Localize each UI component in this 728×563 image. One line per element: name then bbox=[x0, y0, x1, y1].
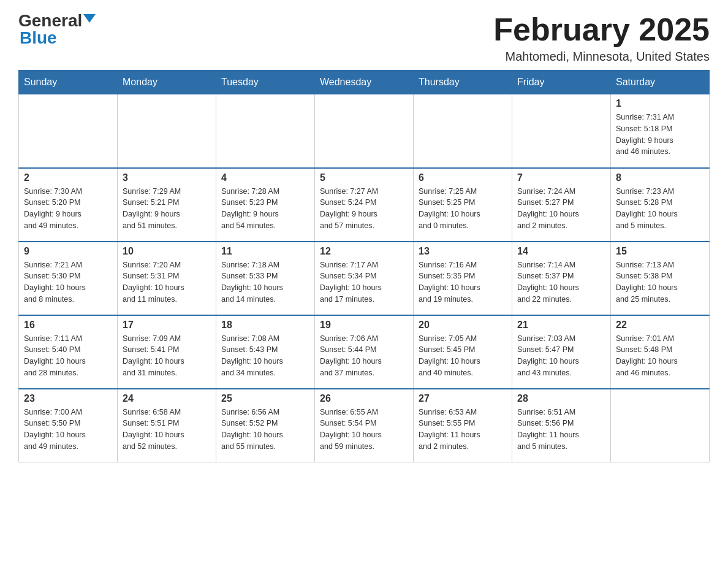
calendar-cell: 3Sunrise: 7:29 AMSunset: 5:21 PMDaylight… bbox=[118, 168, 216, 242]
day-number: 5 bbox=[320, 172, 408, 183]
day-info: Sunrise: 7:27 AMSunset: 5:24 PMDaylight:… bbox=[320, 186, 408, 232]
calendar-cell: 17Sunrise: 7:09 AMSunset: 5:41 PMDayligh… bbox=[118, 315, 216, 389]
day-number: 25 bbox=[221, 393, 309, 404]
day-info: Sunrise: 7:23 AMSunset: 5:28 PMDaylight:… bbox=[616, 186, 704, 232]
day-number: 22 bbox=[616, 320, 704, 331]
day-info: Sunrise: 7:16 AMSunset: 5:35 PMDaylight:… bbox=[419, 259, 507, 305]
weekday-header: Friday bbox=[512, 71, 611, 94]
calendar-cell: 7Sunrise: 7:24 AMSunset: 5:27 PMDaylight… bbox=[512, 168, 611, 242]
logo-general: General bbox=[18, 12, 82, 29]
day-info: Sunrise: 7:24 AMSunset: 5:27 PMDaylight:… bbox=[517, 186, 605, 232]
day-info: Sunrise: 7:08 AMSunset: 5:43 PMDaylight:… bbox=[221, 333, 309, 379]
day-info: Sunrise: 7:20 AMSunset: 5:31 PMDaylight:… bbox=[123, 259, 211, 305]
day-number: 3 bbox=[123, 172, 211, 183]
calendar-week-row: 2Sunrise: 7:30 AMSunset: 5:20 PMDaylight… bbox=[19, 168, 710, 242]
day-info: Sunrise: 7:01 AMSunset: 5:48 PMDaylight:… bbox=[616, 333, 704, 379]
day-number: 12 bbox=[320, 246, 408, 257]
calendar-cell: 14Sunrise: 7:14 AMSunset: 5:37 PMDayligh… bbox=[512, 242, 611, 315]
calendar-cell bbox=[315, 94, 414, 168]
day-number: 16 bbox=[24, 320, 112, 331]
weekday-header: Sunday bbox=[19, 71, 118, 94]
calendar-cell: 2Sunrise: 7:30 AMSunset: 5:20 PMDaylight… bbox=[19, 168, 118, 242]
day-info: Sunrise: 7:06 AMSunset: 5:44 PMDaylight:… bbox=[320, 333, 408, 379]
calendar-cell: 16Sunrise: 7:11 AMSunset: 5:40 PMDayligh… bbox=[19, 315, 118, 389]
day-number: 6 bbox=[419, 172, 507, 183]
page-header: General Blue February 2025 Mahtomedi, Mi… bbox=[18, 12, 710, 64]
calendar-cell: 1Sunrise: 7:31 AMSunset: 5:18 PMDaylight… bbox=[611, 94, 710, 168]
day-info: Sunrise: 6:56 AMSunset: 5:52 PMDaylight:… bbox=[221, 407, 309, 453]
day-info: Sunrise: 7:21 AMSunset: 5:30 PMDaylight:… bbox=[24, 259, 112, 305]
day-number: 28 bbox=[517, 393, 605, 404]
calendar-cell bbox=[118, 94, 216, 168]
calendar-week-row: 9Sunrise: 7:21 AMSunset: 5:30 PMDaylight… bbox=[19, 242, 710, 315]
day-info: Sunrise: 7:14 AMSunset: 5:37 PMDaylight:… bbox=[517, 259, 605, 305]
calendar-cell bbox=[414, 94, 512, 168]
calendar-cell: 25Sunrise: 6:56 AMSunset: 5:52 PMDayligh… bbox=[216, 389, 315, 462]
calendar-cell: 22Sunrise: 7:01 AMSunset: 5:48 PMDayligh… bbox=[611, 315, 710, 389]
calendar-cell: 5Sunrise: 7:27 AMSunset: 5:24 PMDaylight… bbox=[315, 168, 414, 242]
day-info: Sunrise: 7:17 AMSunset: 5:34 PMDaylight:… bbox=[320, 259, 408, 305]
logo-triangle-icon bbox=[83, 14, 96, 23]
calendar-cell: 13Sunrise: 7:16 AMSunset: 5:35 PMDayligh… bbox=[414, 242, 512, 315]
weekday-header: Monday bbox=[118, 71, 216, 94]
weekday-header: Wednesday bbox=[315, 71, 414, 94]
calendar-cell: 26Sunrise: 6:55 AMSunset: 5:54 PMDayligh… bbox=[315, 389, 414, 462]
day-number: 23 bbox=[24, 393, 112, 404]
day-info: Sunrise: 7:25 AMSunset: 5:25 PMDaylight:… bbox=[419, 186, 507, 232]
day-info: Sunrise: 7:28 AMSunset: 5:23 PMDaylight:… bbox=[221, 186, 309, 232]
calendar-cell: 15Sunrise: 7:13 AMSunset: 5:38 PMDayligh… bbox=[611, 242, 710, 315]
day-info: Sunrise: 7:03 AMSunset: 5:47 PMDaylight:… bbox=[517, 333, 605, 379]
calendar-cell: 11Sunrise: 7:18 AMSunset: 5:33 PMDayligh… bbox=[216, 242, 315, 315]
day-info: Sunrise: 7:18 AMSunset: 5:33 PMDaylight:… bbox=[221, 259, 309, 305]
weekday-header: Thursday bbox=[414, 71, 512, 94]
calendar-cell: 28Sunrise: 6:51 AMSunset: 5:56 PMDayligh… bbox=[512, 389, 611, 462]
calendar-cell: 21Sunrise: 7:03 AMSunset: 5:47 PMDayligh… bbox=[512, 315, 611, 389]
day-info: Sunrise: 7:31 AMSunset: 5:18 PMDaylight:… bbox=[616, 112, 704, 158]
weekday-header: Saturday bbox=[611, 71, 710, 94]
day-info: Sunrise: 7:30 AMSunset: 5:20 PMDaylight:… bbox=[24, 186, 112, 232]
calendar-cell: 18Sunrise: 7:08 AMSunset: 5:43 PMDayligh… bbox=[216, 315, 315, 389]
calendar-cell: 20Sunrise: 7:05 AMSunset: 5:45 PMDayligh… bbox=[414, 315, 512, 389]
day-info: Sunrise: 7:05 AMSunset: 5:45 PMDaylight:… bbox=[419, 333, 507, 379]
day-number: 4 bbox=[221, 172, 309, 183]
day-number: 14 bbox=[517, 246, 605, 257]
day-number: 17 bbox=[123, 320, 211, 331]
day-info: Sunrise: 7:13 AMSunset: 5:38 PMDaylight:… bbox=[616, 259, 704, 305]
calendar-cell: 6Sunrise: 7:25 AMSunset: 5:25 PMDaylight… bbox=[414, 168, 512, 242]
day-number: 9 bbox=[24, 246, 112, 257]
calendar-cell bbox=[216, 94, 315, 168]
calendar-cell: 27Sunrise: 6:53 AMSunset: 5:55 PMDayligh… bbox=[414, 389, 512, 462]
day-info: Sunrise: 7:00 AMSunset: 5:50 PMDaylight:… bbox=[24, 407, 112, 453]
day-number: 18 bbox=[221, 320, 309, 331]
day-number: 26 bbox=[320, 393, 408, 404]
day-info: Sunrise: 7:09 AMSunset: 5:41 PMDaylight:… bbox=[123, 333, 211, 379]
logo: General Blue bbox=[18, 12, 96, 47]
day-number: 8 bbox=[616, 172, 704, 183]
calendar-cell: 10Sunrise: 7:20 AMSunset: 5:31 PMDayligh… bbox=[118, 242, 216, 315]
calendar-cell: 23Sunrise: 7:00 AMSunset: 5:50 PMDayligh… bbox=[19, 389, 118, 462]
logo-blue: Blue bbox=[20, 28, 57, 47]
title-section: February 2025 Mahtomedi, Minnesota, Unit… bbox=[493, 12, 710, 64]
day-number: 27 bbox=[419, 393, 507, 404]
day-number: 11 bbox=[221, 246, 309, 257]
calendar-cell bbox=[19, 94, 118, 168]
day-info: Sunrise: 6:55 AMSunset: 5:54 PMDaylight:… bbox=[320, 407, 408, 453]
day-info: Sunrise: 7:11 AMSunset: 5:40 PMDaylight:… bbox=[24, 333, 112, 379]
month-title: February 2025 bbox=[493, 12, 710, 47]
day-info: Sunrise: 6:53 AMSunset: 5:55 PMDaylight:… bbox=[419, 407, 507, 453]
calendar-cell: 4Sunrise: 7:28 AMSunset: 5:23 PMDaylight… bbox=[216, 168, 315, 242]
day-info: Sunrise: 6:51 AMSunset: 5:56 PMDaylight:… bbox=[517, 407, 605, 453]
day-number: 20 bbox=[419, 320, 507, 331]
calendar-cell: 9Sunrise: 7:21 AMSunset: 5:30 PMDaylight… bbox=[19, 242, 118, 315]
day-info: Sunrise: 6:58 AMSunset: 5:51 PMDaylight:… bbox=[123, 407, 211, 453]
day-number: 7 bbox=[517, 172, 605, 183]
calendar-table: SundayMondayTuesdayWednesdayThursdayFrid… bbox=[18, 70, 710, 462]
calendar-cell: 24Sunrise: 6:58 AMSunset: 5:51 PMDayligh… bbox=[118, 389, 216, 462]
weekday-header: Tuesday bbox=[216, 71, 315, 94]
day-number: 24 bbox=[123, 393, 211, 404]
day-info: Sunrise: 7:29 AMSunset: 5:21 PMDaylight:… bbox=[123, 186, 211, 232]
day-number: 2 bbox=[24, 172, 112, 183]
day-number: 10 bbox=[123, 246, 211, 257]
calendar-week-row: 23Sunrise: 7:00 AMSunset: 5:50 PMDayligh… bbox=[19, 389, 710, 462]
calendar-cell bbox=[611, 389, 710, 462]
